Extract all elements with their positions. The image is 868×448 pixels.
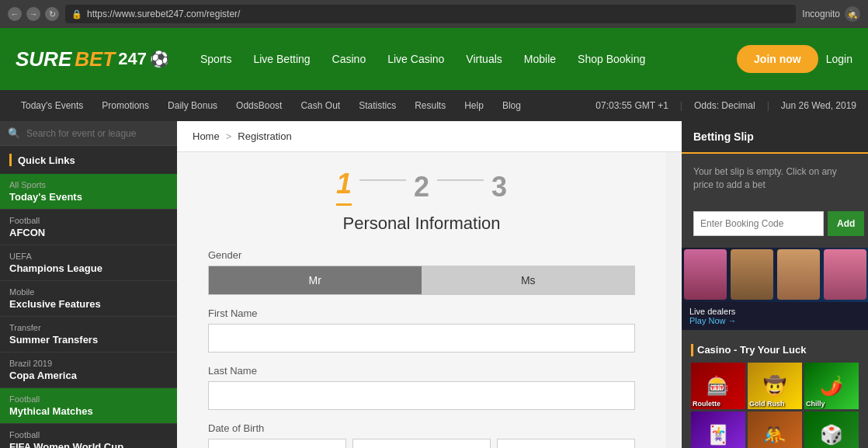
last-name-group: Last Name	[208, 365, 635, 410]
forward-button[interactable]: →	[26, 7, 40, 21]
sec-nav-promotions[interactable]: Promotions	[92, 100, 158, 111]
sidebar-item-champions-league[interactable]: UEFA Champions League	[0, 245, 177, 281]
breadcrumb-home[interactable]: Home	[193, 130, 220, 142]
step-1: 1	[336, 168, 352, 206]
casino-grid: 🎰 Roulette 🤠 Gold Rush 🌶️ Chilly 🃏	[682, 363, 868, 448]
add-booking-button[interactable]: Add	[828, 211, 864, 236]
header-nav: Sports Live Betting Casino Live Casino V…	[200, 53, 721, 65]
sec-nav-daily-bonus[interactable]: Daily Bonus	[158, 100, 227, 111]
nav-casino[interactable]: Casino	[332, 53, 366, 65]
secondary-nav: Today's Events Promotions Daily Bonus Od…	[0, 90, 868, 121]
sec-nav-results[interactable]: Results	[405, 100, 455, 111]
gender-ms-button[interactable]: Ms	[422, 266, 636, 295]
header-actions: Join now Login	[737, 45, 852, 73]
dob-group: Date of Birth Day Month Year	[208, 422, 635, 448]
date-display: Jun 26 Wed, 2019	[781, 100, 856, 111]
browser-bar: ← → ↻ 🔒 https://www.surebet247.com/regis…	[0, 0, 868, 28]
sidebar: 🔍 Quick Links All Sports Today's Events …	[0, 121, 177, 448]
main-layout: 🔍 Quick Links All Sports Today's Events …	[0, 121, 868, 448]
booking-code-row: Add	[693, 211, 856, 236]
first-name-input[interactable]	[208, 324, 635, 352]
time-display: 07:03:55 GMT +1	[595, 100, 668, 111]
join-button[interactable]: Join now	[737, 45, 818, 73]
casino-game-roulette-label: Roulette	[693, 400, 720, 408]
registration-container: 1 2 3 Personal Information Gender Mr Ms	[177, 152, 666, 448]
nav-live-casino[interactable]: Live Casino	[387, 53, 444, 65]
dob-row: Day Month Year	[208, 439, 635, 448]
nav-live-betting[interactable]: Live Betting	[253, 53, 310, 65]
gender-mr-button[interactable]: Mr	[208, 266, 422, 295]
logo-247: 247	[118, 49, 147, 69]
live-dealers-overlay: Live dealers Play Now →	[682, 302, 868, 330]
logo: SUREBET247 ⚽	[16, 47, 169, 71]
live-dealers-section: Live dealers Play Now →	[682, 248, 868, 330]
last-name-input[interactable]	[208, 381, 635, 410]
site-header: SUREBET247 ⚽ Sports Live Betting Casino …	[0, 28, 868, 90]
sec-nav-oddsboost[interactable]: OddsBoost	[227, 100, 291, 111]
dob-month-select[interactable]: Month	[352, 439, 491, 448]
quick-links-bar	[9, 154, 12, 166]
step-2-number: 2	[414, 171, 429, 203]
nav-sports[interactable]: Sports	[200, 53, 231, 65]
sidebar-item-fifa-women[interactable]: Football FIFA Women World Cup	[0, 424, 177, 448]
back-button[interactable]: ←	[8, 7, 22, 21]
sec-nav-statistics[interactable]: Statistics	[349, 100, 405, 111]
sidebar-item-copa-america[interactable]: Brazil 2019 Copa America	[0, 352, 177, 388]
step-2: 2	[414, 171, 429, 203]
casino-game-poker[interactable]: 🃏 Poker Stacks	[691, 412, 745, 448]
login-button[interactable]: Login	[826, 53, 852, 65]
nav-mobile[interactable]: Mobile	[524, 53, 556, 65]
dob-day-select[interactable]: Day	[208, 439, 346, 448]
casino-game-roulette[interactable]: 🎰 Roulette	[691, 363, 745, 409]
dob-year-select[interactable]: Year	[497, 439, 635, 448]
casino-game-nacho[interactable]: 🤼 Nacho L	[748, 412, 802, 448]
sidebar-item-all-sports[interactable]: All Sports Today's Events	[0, 174, 177, 210]
reload-button[interactable]: ↻	[45, 7, 59, 21]
casino-game-goldrush-label: Gold Rush	[749, 400, 785, 408]
gender-label: Gender	[208, 249, 635, 261]
live-dealers-play[interactable]: Play Now →	[689, 316, 860, 325]
breadcrumb-current: Registration	[238, 130, 291, 142]
casino-game-roulette-table[interactable]: 🎲 Roulette	[804, 412, 859, 448]
dealer-silhouettes	[682, 248, 868, 302]
sidebar-item-mythical-matches[interactable]: Football Mythical Matches	[0, 388, 177, 424]
content-area: Home > Registration 1 2 3 Personal I	[177, 121, 682, 448]
sec-nav-right: 07:03:55 GMT +1 | Odds: Decimal | Jun 26…	[595, 100, 856, 111]
logo-sure: SURE	[16, 47, 71, 71]
url-text: https://www.surebet247.com/register/	[87, 9, 240, 19]
casino-game-goldrush[interactable]: 🤠 Gold Rush	[748, 363, 802, 409]
first-name-label: First Name	[208, 307, 635, 319]
breadcrumb-separator: >	[226, 130, 232, 142]
sec-nav-todays-events[interactable]: Today's Events	[12, 100, 92, 111]
logo-emoji: ⚽	[150, 50, 169, 68]
sec-nav-cashout[interactable]: Cash Out	[291, 100, 349, 111]
step-divider-2-3	[437, 179, 484, 181]
breadcrumb: Home > Registration	[177, 121, 682, 152]
form-title: Personal Information	[208, 214, 635, 234]
dealer-4	[824, 249, 866, 300]
casino-game-chilly[interactable]: 🌶️ Chilly	[804, 363, 859, 409]
casino-bar	[691, 344, 693, 356]
sec-nav-help[interactable]: Help	[455, 100, 493, 111]
steps-bar: 1 2 3	[208, 168, 635, 206]
step-3: 3	[491, 171, 507, 203]
sidebar-item-afcon[interactable]: Football AFCON	[0, 210, 177, 245]
last-name-label: Last Name	[208, 365, 635, 377]
sidebar-item-summer-transfers[interactable]: Transfer Summer Transfers	[0, 317, 177, 352]
booking-code-input[interactable]	[693, 211, 824, 236]
nav-virtuals[interactable]: Virtuals	[466, 53, 502, 65]
search-input[interactable]	[26, 128, 169, 139]
betting-slip-empty-text: Your bet slip is empty. Click on any pri…	[682, 154, 868, 203]
dob-label: Date of Birth	[208, 422, 635, 434]
sec-nav-blog[interactable]: Blog	[493, 100, 530, 111]
quick-links-label: Quick Links	[18, 155, 75, 166]
step-3-number: 3	[491, 171, 507, 203]
sidebar-item-exclusive-features[interactable]: Mobile Exclusive Features	[0, 281, 177, 317]
dealer-3	[777, 249, 820, 300]
address-bar[interactable]: 🔒 https://www.surebet247.com/register/	[65, 5, 796, 23]
search-box[interactable]: 🔍	[0, 121, 177, 146]
step-divider-1-2	[359, 179, 406, 181]
nav-shop-booking[interactable]: Shop Booking	[578, 53, 645, 65]
dealer-2	[731, 249, 773, 300]
live-dealers-text: Live dealers	[689, 307, 860, 316]
